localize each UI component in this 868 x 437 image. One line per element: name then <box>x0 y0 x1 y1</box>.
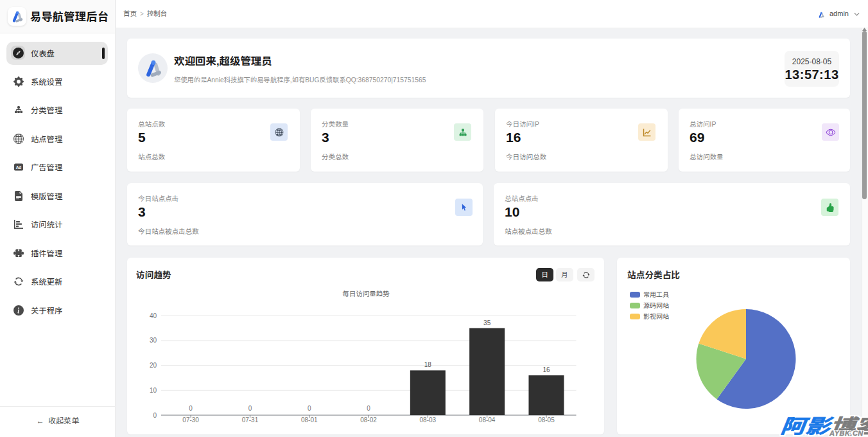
svg-text:10: 10 <box>150 387 157 394</box>
svg-text:40: 40 <box>150 312 157 319</box>
svg-text:08-03: 08-03 <box>420 416 437 424</box>
svg-text:08-04: 08-04 <box>479 416 496 424</box>
svg-text:Ad: Ad <box>16 165 22 170</box>
svg-text:08-01: 08-01 <box>301 416 318 424</box>
svg-text:07-30: 07-30 <box>182 416 199 424</box>
svg-text:16: 16 <box>542 366 550 373</box>
svg-text:0: 0 <box>248 405 252 412</box>
svg-text:0: 0 <box>189 405 193 412</box>
svg-text:30: 30 <box>150 337 157 344</box>
svg-text:0: 0 <box>367 405 370 412</box>
svg-text:35: 35 <box>483 319 491 326</box>
svg-text:08-02: 08-02 <box>360 416 377 424</box>
svg-text:07-31: 07-31 <box>242 416 259 424</box>
svg-text:0: 0 <box>308 405 311 412</box>
svg-text:20: 20 <box>150 362 157 369</box>
svg-text:每日访问量趋势: 每日访问量趋势 <box>342 290 390 298</box>
svg-text:08-05: 08-05 <box>538 416 555 424</box>
svg-text:18: 18 <box>424 361 432 368</box>
svg-text:0: 0 <box>153 412 157 419</box>
